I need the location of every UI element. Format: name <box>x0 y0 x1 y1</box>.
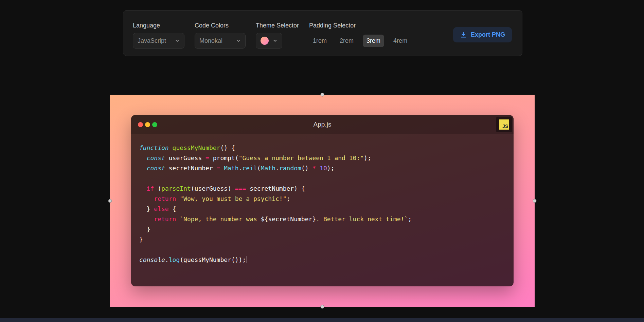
code-line: } else { <box>139 204 505 214</box>
code-token <box>176 215 180 223</box>
language-badge: JS <box>496 117 512 132</box>
window-titlebar: App.js JS <box>131 115 514 134</box>
toolbar: Language JavaScript Code Colors Monokai … <box>123 10 522 56</box>
code-token: = <box>205 154 209 162</box>
code-token: ( <box>257 165 261 172</box>
language-dropdown[interactable]: JavaScript <box>133 33 184 49</box>
resize-handle-bottom[interactable] <box>321 305 324 309</box>
padding-option-2rem[interactable]: 2rem <box>336 35 357 47</box>
gradient-canvas[interactable]: App.js JS function guessMyNumber() { con… <box>110 95 535 307</box>
code-token: ( <box>154 185 161 192</box>
code-token: . Better luck next time!` <box>316 215 408 223</box>
code-token: "Guess a number between 1 and 10:" <box>239 154 364 162</box>
code-token: ; <box>408 215 412 223</box>
padding-option-3rem[interactable]: 3rem <box>363 35 384 47</box>
code-token: ); <box>364 154 371 162</box>
code-token <box>139 165 147 172</box>
code-token: === <box>235 185 246 192</box>
code-token: ceil <box>242 165 257 172</box>
padding-option-1rem[interactable]: 1rem <box>309 35 330 47</box>
code-token: `Nope, the number was <box>180 215 261 223</box>
code-token <box>139 185 147 192</box>
code-token: prompt( <box>209 154 239 162</box>
code-token: } <box>139 205 154 212</box>
code-token: const <box>147 154 165 162</box>
code-colors-label: Code Colors <box>195 22 246 29</box>
maximize-light-icon <box>152 122 157 127</box>
code-line: console.log(guessMyNumber()); <box>139 255 505 265</box>
code-line: const userGuess = prompt("Guess a number… <box>139 153 505 163</box>
close-light-icon <box>138 122 143 127</box>
code-token: else <box>154 205 168 212</box>
code-colors-group: Code Colors Monokai <box>195 22 246 49</box>
code-colors-dropdown[interactable]: Monokai <box>195 33 246 49</box>
resize-handle-top[interactable] <box>321 93 324 97</box>
code-token: . <box>239 165 243 172</box>
language-label: Language <box>133 22 184 29</box>
padding-selector-label: Padding Selector <box>309 22 411 29</box>
language-value: JavaScript <box>138 37 166 44</box>
padding-option-4rem[interactable]: 4rem <box>390 35 411 47</box>
code-token: if <box>147 185 154 192</box>
code-token <box>169 144 173 151</box>
code-line: if (parseInt(userGuess) === secretNumber… <box>139 184 505 194</box>
text-cursor <box>247 256 247 263</box>
code-area[interactable]: function guessMyNumber() { const userGue… <box>131 134 514 286</box>
download-icon <box>460 31 467 38</box>
code-token <box>220 165 224 172</box>
chevron-down-icon <box>273 38 278 43</box>
resize-handle-left[interactable] <box>108 199 112 203</box>
export-png-button[interactable]: Export PNG <box>453 27 512 42</box>
code-token: { <box>169 205 176 212</box>
code-token: return <box>154 195 176 202</box>
theme-gradient-swatch <box>261 37 269 45</box>
code-token <box>139 195 154 202</box>
code-token: secretNumber <box>165 165 217 172</box>
traffic-lights <box>138 122 157 127</box>
code-token: () <box>301 165 312 172</box>
padding-options: 1rem2rem3rem4rem <box>309 33 411 49</box>
code-line <box>139 245 505 255</box>
code-line <box>139 173 505 184</box>
code-token: secretNumber) { <box>246 185 305 192</box>
language-group: Language JavaScript <box>133 22 184 49</box>
code-token: random <box>279 165 301 172</box>
code-line: } <box>139 224 505 234</box>
file-title[interactable]: App.js <box>314 121 332 128</box>
code-token: ); <box>327 165 335 172</box>
theme-dropdown[interactable] <box>256 33 282 49</box>
minimize-light-icon <box>145 122 150 127</box>
code-token: "Wow, you must be a psychic!" <box>180 195 286 202</box>
bottom-bar <box>0 318 644 322</box>
code-token: parseInt <box>161 185 191 192</box>
code-token: (userGuess) <box>191 185 235 192</box>
code-token: } <box>139 236 143 243</box>
chevron-down-icon <box>236 38 241 43</box>
padding-selector-group: Padding Selector 1rem2rem3rem4rem <box>309 22 411 49</box>
code-token: guessMyNumber <box>173 144 220 151</box>
code-window: App.js JS function guessMyNumber() { con… <box>131 115 514 286</box>
theme-selector-label: Theme Selector <box>256 22 299 29</box>
code-token: (guessMyNumber()); <box>180 256 246 263</box>
code-token <box>316 165 320 172</box>
code-colors-value: Monokai <box>199 37 222 44</box>
resize-handle-right[interactable] <box>533 199 537 203</box>
code-token: () { <box>220 144 235 151</box>
code-token: . <box>165 256 169 263</box>
chevron-down-icon <box>175 38 180 43</box>
theme-selector-group: Theme Selector <box>256 22 299 49</box>
code-token: function <box>139 144 169 151</box>
code-token: . <box>275 165 279 172</box>
code-line: } <box>139 234 505 245</box>
js-logo-icon: JS <box>499 119 509 130</box>
code-line: return `Nope, the number was ${secretNum… <box>139 214 505 224</box>
code-token: * <box>312 165 316 172</box>
code-token: Math <box>261 165 275 172</box>
code-token: ; <box>287 195 290 202</box>
code-token: ${secretNumber} <box>261 215 316 223</box>
code-token: console <box>139 256 165 263</box>
code-token: log <box>169 256 180 263</box>
code-token: return <box>154 215 176 223</box>
code-token: Math <box>224 165 238 172</box>
code-token <box>176 195 180 202</box>
